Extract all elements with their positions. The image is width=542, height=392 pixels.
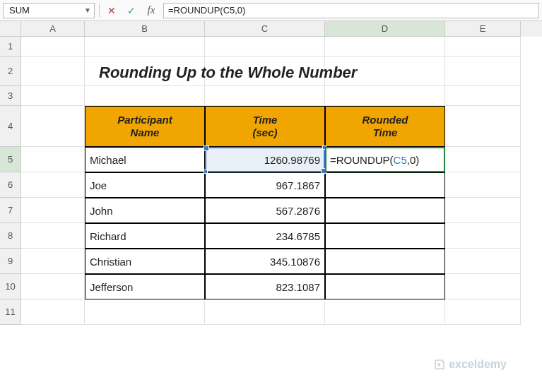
row-header-10[interactable]: 10	[0, 274, 21, 299]
row-11: 11	[0, 299, 542, 325]
cell[interactable]	[445, 147, 521, 172]
table-row[interactable]: 967.1867	[205, 172, 325, 198]
chevron-down-icon[interactable]: ▼	[84, 6, 91, 14]
row-header-11[interactable]: 11	[0, 299, 21, 325]
cell[interactable]	[445, 86, 521, 106]
cell[interactable]	[21, 223, 85, 249]
cell[interactable]	[21, 198, 85, 223]
row-3: 3	[0, 86, 542, 106]
table-row[interactable]: Jefferson	[85, 274, 205, 299]
row-header-9[interactable]: 9	[0, 249, 21, 274]
table-row[interactable]: Christian	[85, 249, 205, 274]
table-row[interactable]: Joe	[85, 172, 205, 198]
row-header-2[interactable]: 2	[0, 57, 21, 86]
cell[interactable]	[85, 37, 205, 57]
row-header-5[interactable]: 5	[0, 147, 21, 172]
cell[interactable]	[21, 106, 85, 147]
cell[interactable]	[445, 299, 521, 325]
table-row[interactable]: 1260.98769	[205, 147, 325, 172]
table-row[interactable]: 345.10876	[205, 249, 325, 274]
cell[interactable]	[325, 37, 445, 57]
col-header-d[interactable]: D	[325, 21, 445, 37]
table-row[interactable]	[325, 172, 445, 198]
formula-input[interactable]: =ROUNDUP(C5,0)	[163, 3, 539, 18]
formula-input-value: =ROUNDUP(C5,0)	[168, 5, 245, 16]
row-5: 5 Michael 1260.98769 =ROUNDUP(C5,0)	[0, 147, 542, 172]
table-row[interactable]	[325, 198, 445, 223]
row-4: 4 Participant Name Time (sec) Rounded Ti…	[0, 106, 542, 147]
cell[interactable]	[325, 299, 445, 325]
row-9: 9 Christian 345.10876	[0, 249, 542, 274]
cell[interactable]	[21, 147, 85, 172]
active-cell-d5[interactable]: =ROUNDUP(C5,0)	[325, 147, 445, 172]
cell[interactable]	[205, 86, 325, 106]
separator	[99, 4, 100, 18]
excel-icon	[433, 358, 446, 371]
enter-icon[interactable]: ✓	[124, 3, 139, 18]
watermark-text: exceldemy	[449, 358, 507, 371]
table-header-name[interactable]: Participant Name	[85, 106, 205, 147]
cancel-icon[interactable]: ✕	[104, 3, 119, 18]
formula-display: =ROUNDUP(C5,0)	[330, 154, 419, 166]
col-header-b[interactable]: B	[85, 21, 205, 37]
fx-icon[interactable]: fx	[143, 3, 159, 18]
cell[interactable]	[445, 274, 521, 299]
row-10: 10 Jefferson 823.1087	[0, 274, 542, 299]
cell[interactable]	[445, 249, 521, 274]
cell[interactable]	[85, 86, 205, 106]
name-box[interactable]: SUM ▼	[3, 3, 95, 18]
table-row[interactable]: John	[85, 198, 205, 223]
select-all-corner[interactable]	[0, 21, 21, 37]
cell[interactable]	[445, 37, 521, 57]
column-headers: A B C D E	[0, 21, 542, 37]
page-title: Rounding Up to the Whole Number	[99, 64, 357, 82]
cell[interactable]	[85, 299, 205, 325]
formula-bar: SUM ▼ ✕ ✓ fx =ROUNDUP(C5,0)	[0, 0, 542, 21]
col-header-a[interactable]: A	[21, 21, 85, 37]
cell[interactable]	[445, 172, 521, 198]
cell[interactable]	[445, 106, 521, 147]
row-header-4[interactable]: 4	[0, 106, 21, 147]
cell[interactable]	[21, 86, 85, 106]
cell[interactable]	[21, 37, 85, 57]
col-header-e[interactable]: E	[445, 21, 521, 37]
cell[interactable]	[21, 249, 85, 274]
row-header-8[interactable]: 8	[0, 223, 21, 249]
table-row[interactable]: 823.1087	[205, 274, 325, 299]
cell[interactable]	[445, 198, 521, 223]
table-header-rounded[interactable]: Rounded Time	[325, 106, 445, 147]
row-header-3[interactable]: 3	[0, 86, 21, 106]
row-7: 7 John 567.2876	[0, 198, 542, 223]
spreadsheet-grid[interactable]: A B C D E 1 2 3 4 Participant Name Time …	[0, 21, 542, 325]
row-header-1[interactable]: 1	[0, 37, 21, 57]
row-header-6[interactable]: 6	[0, 172, 21, 198]
col-header-c[interactable]: C	[205, 21, 325, 37]
table-row[interactable]: Richard	[85, 223, 205, 249]
name-box-value: SUM	[9, 5, 30, 16]
table-header-time[interactable]: Time (sec)	[205, 106, 325, 147]
cell[interactable]	[445, 223, 521, 249]
cell[interactable]	[21, 274, 85, 299]
table-row[interactable]: 567.2876	[205, 198, 325, 223]
cell[interactable]	[21, 57, 85, 86]
row-6: 6 Joe 967.1867	[0, 172, 542, 198]
cell[interactable]	[325, 86, 445, 106]
cell[interactable]	[205, 299, 325, 325]
table-row[interactable]: Michael	[85, 147, 205, 172]
watermark: exceldemy	[433, 358, 507, 371]
table-row[interactable]	[325, 274, 445, 299]
cell[interactable]	[21, 172, 85, 198]
cell[interactable]	[21, 299, 85, 325]
table-row[interactable]	[325, 249, 445, 274]
row-1: 1	[0, 37, 542, 57]
table-row[interactable]: 234.6785	[205, 223, 325, 249]
row-header-7[interactable]: 7	[0, 198, 21, 223]
table-row[interactable]	[325, 223, 445, 249]
cell[interactable]	[205, 37, 325, 57]
cell[interactable]	[445, 57, 521, 86]
row-8: 8 Richard 234.6785	[0, 223, 542, 249]
